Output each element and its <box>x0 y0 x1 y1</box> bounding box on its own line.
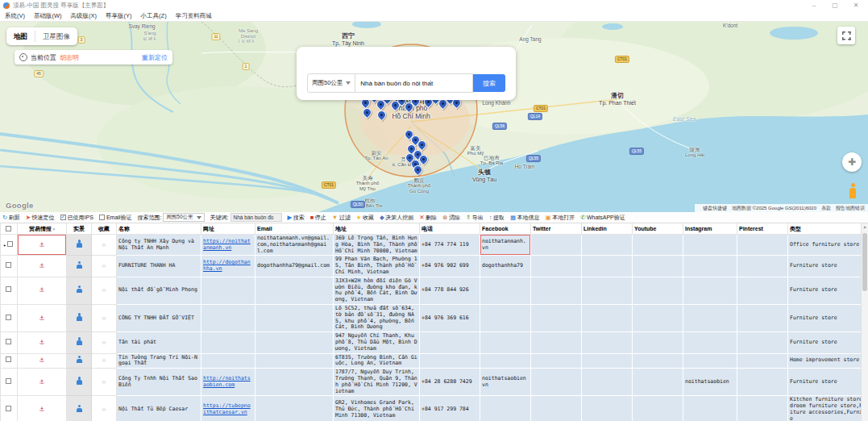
trade-intel-anchor-icon[interactable]: ⚓ <box>39 286 44 294</box>
column-header-facebook[interactable]: Facebook <box>480 223 531 235</box>
pegman-icon[interactable] <box>847 183 858 199</box>
website-link[interactable]: https://tubepnoithatcaesar.vn <box>203 402 251 415</box>
trade-intel-anchor-icon[interactable]: ⚓ <box>39 314 44 322</box>
column-header-scene[interactable]: 实景 <box>67 223 92 235</box>
attribution-link[interactable]: 键盘快捷键 <box>703 205 727 212</box>
toolbar-item-extract[interactable]: ↑提取 <box>489 214 505 222</box>
toolbar-item-search-range[interactable]: 搜索范围:周围50公里 <box>137 213 204 222</box>
column-header-twitter[interactable]: Twitter <box>531 223 582 235</box>
street-view-pegman-icon[interactable] <box>76 377 83 385</box>
trade-intel-anchor-icon[interactable]: ⚓ <box>39 338 44 346</box>
menu-item[interactable]: 系统(V) <box>5 12 25 20</box>
keyword-value[interactable]: Nhà bán buôn đồ <box>230 213 282 222</box>
menu-item[interactable]: 高级版(X) <box>71 12 98 20</box>
column-header-trade[interactable]: 贸易情报 ▾ <box>18 223 67 235</box>
column-header-addr[interactable]: 地址 <box>334 223 420 235</box>
toolbar-item-clear[interactable]: ⊗清除 <box>442 214 460 222</box>
row-checkbox[interactable] <box>6 356 11 362</box>
search-input[interactable]: Nhà bán buôn đồ nội thất <box>355 73 473 93</box>
favorite-star-icon[interactable]: ☆ <box>102 286 106 294</box>
menu-item[interactable]: 小工具(Z) <box>141 12 167 20</box>
map-canvas[interactable]: Svay RiengS'angស្អាងMe SangDistrictមេសាង… <box>0 22 868 212</box>
toolbar-item-whatsapp-verify[interactable]: ✆WhatsAPP验证 <box>580 214 625 222</box>
street-view-pegman-icon[interactable] <box>76 405 83 413</box>
column-header-select[interactable] <box>1 223 18 235</box>
favorite-star-icon[interactable]: ☆ <box>102 261 106 269</box>
attribution-link[interactable]: 条款 <box>821 205 831 212</box>
radius-select[interactable]: 周围50公里 <box>307 73 355 93</box>
toolbar-item-search[interactable]: ▶搜索 <box>288 214 305 222</box>
trade-intel-anchor-icon[interactable]: ⚓ <box>39 261 44 269</box>
scroll-up-arrow[interactable]: ▲ <box>862 223 868 231</box>
trade-intel-anchor-icon[interactable]: ⚓ <box>39 405 44 413</box>
current-location-value[interactable]: 胡志明 <box>60 53 79 62</box>
street-view-pegman-icon[interactable] <box>76 261 83 269</box>
relocate-button[interactable]: 重新定位 <box>142 53 168 62</box>
minimize-button[interactable]: – <box>804 0 824 10</box>
row-checkbox[interactable] <box>6 378 11 384</box>
trade-intel-anchor-icon[interactable]: ⚓ <box>39 356 44 364</box>
search-range-value[interactable]: 周围50公里 <box>163 213 204 222</box>
toolbar-item-keyword[interactable]: 关键词:Nhà bán buôn đồ <box>210 213 282 222</box>
search-button[interactable]: 搜索 <box>473 74 505 92</box>
toolbar-item-ips-used[interactable]: 已使用IPS <box>60 214 93 222</box>
row-checkbox[interactable] <box>6 262 11 268</box>
maximize-button[interactable]: ▢ <box>824 0 845 10</box>
toolbar-item-local-open[interactable]: ▣本地打开 <box>546 214 575 222</box>
column-header-type[interactable]: 类型 <box>788 223 868 235</box>
pan-control[interactable]: ✚ <box>842 152 862 172</box>
website-link[interactable]: http://dogothanhha.vn <box>203 259 251 272</box>
fullscreen-button[interactable] <box>837 27 855 44</box>
trade-intel-anchor-icon[interactable]: ⚓ <box>39 377 44 386</box>
scroll-thumb[interactable] <box>862 233 867 291</box>
street-view-pegman-icon[interactable] <box>76 313 83 321</box>
street-view-pegman-icon[interactable] <box>76 286 83 294</box>
close-button[interactable]: ✕ <box>845 0 866 10</box>
toolbar-item-refresh[interactable]: ↻刷新 <box>2 214 20 222</box>
website-link[interactable]: https://noithatanmanh.vn <box>203 238 251 251</box>
website-link[interactable]: http://noithatsaobien.com <box>203 375 251 388</box>
menu-item[interactable]: 学习资料商城 <box>176 12 212 20</box>
column-header-phone[interactable]: 电话 <box>420 223 480 235</box>
toolbar-item-export[interactable]: ⇑导出 <box>466 214 484 222</box>
row-checkbox[interactable] <box>7 241 13 247</box>
sort-filter-icon[interactable]: ▾ <box>52 227 55 231</box>
toolbar-item-filter[interactable]: ▼过滤 <box>332 214 351 222</box>
menu-item[interactable]: 基础版(W) <box>34 12 62 20</box>
favorite-star-icon[interactable]: ☆ <box>102 338 106 346</box>
column-header-name[interactable]: 名称 <box>117 223 201 235</box>
toolbar-item-stop[interactable]: ■停止 <box>310 214 326 222</box>
row-checkbox[interactable] <box>6 339 11 344</box>
street-view-pegman-icon[interactable] <box>76 337 83 345</box>
column-header-fav[interactable]: 收藏 <box>92 223 117 235</box>
column-header-url[interactable]: 网址 <box>201 223 255 235</box>
favorite-star-icon[interactable]: ☆ <box>102 405 106 413</box>
favorite-star-icon[interactable]: ☆ <box>102 377 106 386</box>
toolbar-item-email-verify[interactable]: Email验证 <box>99 214 132 222</box>
row-checkbox[interactable] <box>6 286 11 292</box>
row-checkbox[interactable] <box>6 315 11 320</box>
row-checkbox[interactable] <box>6 406 11 411</box>
toolbar-item-local-info[interactable]: ▦本地信息 <box>510 214 540 222</box>
column-header-email[interactable]: Email <box>255 223 334 235</box>
column-header-linkedin[interactable]: Linkedin <box>582 223 633 235</box>
email-verify-checkbox[interactable] <box>99 215 105 220</box>
toolbar-item-quick-locate[interactable]: ➤快速定位 <box>26 214 55 222</box>
favorite-star-icon[interactable]: ☆ <box>102 240 106 248</box>
vertical-scrollbar[interactable]: ▲ ▼ <box>861 223 868 421</box>
street-view-pegman-icon[interactable] <box>76 356 83 364</box>
favorite-star-icon[interactable]: ☆ <box>102 356 106 364</box>
favorite-star-icon[interactable]: ☆ <box>102 314 106 322</box>
map-layer-map-button[interactable]: 地图 <box>6 27 35 45</box>
toolbar-item-favorite[interactable]: ★收藏 <box>356 214 374 222</box>
map-layer-satellite-button[interactable]: 卫星图像 <box>35 27 77 45</box>
trade-intel-anchor-icon[interactable]: ⚓ <box>39 240 44 248</box>
select-all-checkbox[interactable] <box>6 226 11 231</box>
menu-item[interactable]: 尊享版(Y) <box>106 12 132 20</box>
column-header-pinterest[interactable]: Pinterest <box>737 223 788 235</box>
toolbar-item-decision-maker[interactable]: ◆决策人挖掘 <box>380 214 413 222</box>
street-view-pegman-icon[interactable] <box>76 240 83 248</box>
ips-used-checkbox[interactable] <box>60 215 66 220</box>
toolbar-item-delete[interactable]: ✕删除 <box>419 214 437 222</box>
column-header-youtube[interactable]: Youtube <box>633 223 683 235</box>
